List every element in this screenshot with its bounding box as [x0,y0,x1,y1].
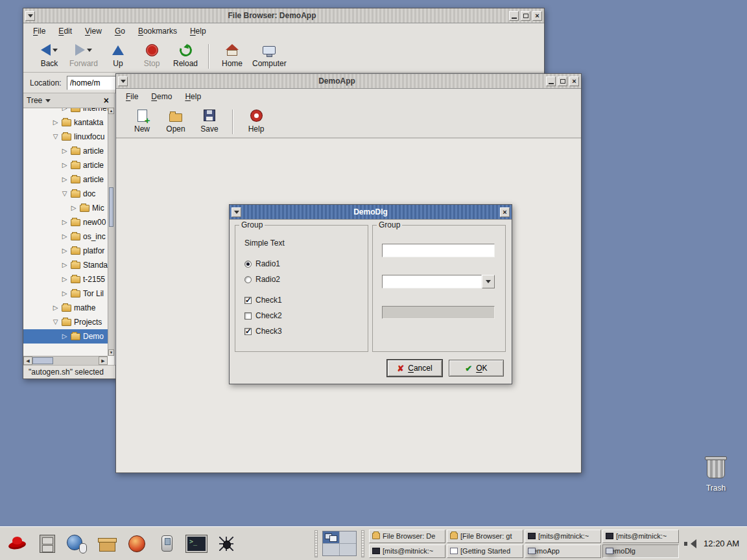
file-browser-menu-edit[interactable]: Edit [53,25,78,38]
main-menu-launcher[interactable] [4,530,31,558]
file-browser-menu-help[interactable]: Help [184,25,212,38]
disclosure-collapsed-icon[interactable]: ▷ [52,119,59,126]
disclosure-collapsed-icon[interactable]: ▷ [61,290,68,297]
disclosure-expanded-icon[interactable]: ▽ [61,191,68,197]
disclosure-collapsed-icon[interactable]: ▷ [61,262,68,268]
task-button-mits-mitnick[interactable]: [mits@mitnick:~ [525,530,601,543]
checkbox-icon[interactable] [244,312,252,320]
toolbar-new-button[interactable]: New [125,106,159,134]
window-menu-button[interactable] [25,11,35,21]
file-manager-launcher[interactable] [34,530,61,558]
combo-entry-field[interactable] [382,275,482,288]
toolbar-save-button[interactable]: Save [193,106,226,134]
disclosure-collapsed-icon[interactable]: ▷ [70,205,77,211]
scroll-up-arrow-icon[interactable]: ▲ [108,108,114,114]
tree-item-os-inc[interactable]: ▷os_inc [23,229,108,244]
checkbox-row-check1[interactable]: Check1 [244,296,282,305]
tree-item-article[interactable]: ▷article [23,144,108,158]
maximize-button[interactable] [521,11,530,21]
toolbar-stop-button[interactable]: Stop [135,41,169,69]
task-button-demodlg[interactable]: DemoDlg [602,544,679,558]
text-entry-field[interactable] [382,244,495,257]
combo-dropdown-button[interactable] [482,275,495,288]
tree-item-mic[interactable]: ▷Mic [23,201,108,215]
close-button[interactable]: × [500,207,510,217]
file-browser-menu-view[interactable]: View [79,25,108,38]
tree-item-internet[interactable]: ▷internet [23,108,108,115]
cancel-button[interactable]: ✘Cancel [387,360,442,377]
mozilla-launcher[interactable] [123,530,150,558]
toolbar-forward-button[interactable]: Forward [66,41,101,69]
disclosure-collapsed-icon[interactable]: ▷ [61,248,68,254]
task-button-demoapp[interactable]: DemoApp [525,544,601,558]
horizontal-scroll-track[interactable] [53,356,99,365]
checkbox-row-check2[interactable]: Check2 [244,311,282,320]
panel-handle[interactable] [361,530,364,557]
radio-button-icon[interactable] [244,261,252,268]
radio-button-icon[interactable] [244,276,252,283]
web-tool-launcher[interactable] [213,530,240,558]
vertical-scroll-thumb[interactable] [109,187,113,227]
disclosure-expanded-icon[interactable]: ▽ [52,134,59,140]
file-browser-titlebar[interactable]: File Browser: DemoApp × [23,8,544,23]
tree-item-projects[interactable]: ▽Projects [23,315,108,329]
disclosure-collapsed-icon[interactable]: ▷ [61,162,68,169]
demodlg-titlebar[interactable]: DemoDlg × [230,205,512,220]
tree-item-demo[interactable]: ▷Demo [23,329,108,344]
workspace-4[interactable] [340,544,356,555]
tree-item-article[interactable]: ▷article [23,172,108,187]
demoapp-menu-file[interactable]: File [120,90,144,103]
scroll-right-arrow-icon[interactable]: ▶ [99,356,108,365]
toolbar-back-button[interactable]: Back [32,41,66,69]
disclosure-expanded-icon[interactable]: ▽ [52,319,59,325]
volume-icon[interactable] [683,539,695,549]
task-button-mits-mitnick[interactable]: [mits@mitnick:~ [602,530,679,543]
panel-handle[interactable] [314,530,318,557]
window-menu-button[interactable] [231,207,241,217]
workspace-2[interactable] [340,531,356,543]
workspace-3[interactable] [323,544,339,555]
toolbar-open-button[interactable]: Open [159,106,193,134]
sidebar-close-button[interactable]: × [102,95,111,106]
task-button-mits-mitnick[interactable]: [mits@mitnick:~ [369,544,445,558]
task-button-file-browser-gt[interactable]: [File Browser: gt [447,530,523,543]
file-browser-menu-bookmarks[interactable]: Bookmarks [132,25,183,38]
toolbar-up-button[interactable]: Up [101,41,135,69]
tree-item-mathe[interactable]: ▷mathe [23,301,108,315]
disclosure-collapsed-icon[interactable]: ▷ [52,305,59,311]
checkbox-row-check3[interactable]: Check3 [244,327,282,336]
horizontal-scroll-thumb[interactable] [32,357,53,364]
radio-row-radio2[interactable]: Radio2 [244,275,280,284]
dropdown-caret-icon[interactable] [87,49,92,52]
tree-item-new00[interactable]: ▷new00 [23,215,108,229]
sidebar-view-selector[interactable]: Tree [27,96,99,105]
workspace-1[interactable] [323,531,339,543]
radio-row-radio1[interactable]: Radio1 [244,259,280,268]
disclosure-collapsed-icon[interactable]: ▷ [61,333,68,340]
toolbar-reload-button[interactable]: Reload [169,41,202,69]
packages-launcher[interactable] [93,530,121,558]
maximize-button[interactable] [558,76,567,86]
horizontal-scrollbar[interactable]: ◀ ▶ [23,356,108,365]
demoapp-menu-demo[interactable]: Demo [145,90,178,103]
task-button-file-browser-de[interactable]: File Browser: De [369,530,445,543]
demoapp-menu-help[interactable]: Help [179,90,207,103]
toolbar-computer-button[interactable]: Computer [249,41,290,69]
window-menu-button[interactable] [118,76,128,86]
close-button[interactable]: × [532,11,542,21]
tree-item-linuxfocu[interactable]: ▽linuxfocu [23,130,108,144]
toolbar-home-button[interactable]: Home [215,41,249,69]
task-button-getting-started[interactable]: [Getting Started [447,544,523,558]
dropdown-caret-icon[interactable] [53,49,58,52]
tree-item-tor-lil[interactable]: ▷Tor Lil [23,286,108,301]
file-browser-menu-go[interactable]: Go [109,25,131,38]
toolbar-help-button[interactable]: Help [239,106,273,134]
disclosure-collapsed-icon[interactable]: ▷ [61,276,68,283]
scroll-left-arrow-icon[interactable]: ◀ [23,356,32,365]
tree-item-platfor[interactable]: ▷platfor [23,244,108,258]
disclosure-collapsed-icon[interactable]: ▷ [61,219,68,226]
file-browser-menu-file[interactable]: File [27,25,51,38]
ok-button[interactable]: ✔OK [449,360,504,377]
web-browser-launcher[interactable] [64,530,91,558]
tree-item-doc[interactable]: ▽doc [23,187,108,201]
